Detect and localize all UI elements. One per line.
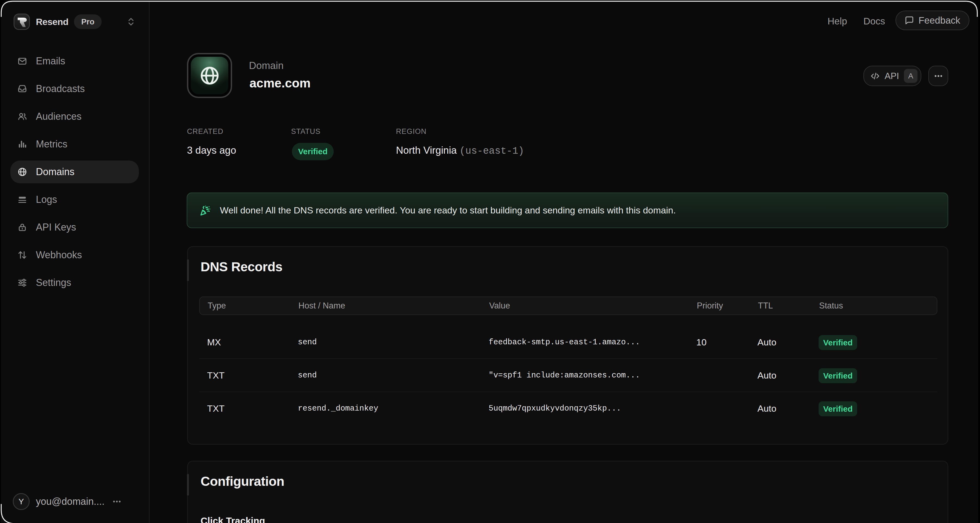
message-square-icon — [905, 16, 914, 25]
created-label: CREATED — [187, 127, 223, 136]
table-row[interactable]: TXT resend._domainkey 5uqmdw7qpxudkyvdon… — [199, 392, 937, 425]
sidebar-item-label: Broadcasts — [36, 83, 85, 95]
cell-value: 5uqmdw7qpxudkyvdonqzy35kp... — [488, 392, 621, 425]
sidebar-item-webhooks[interactable]: Webhooks — [10, 244, 139, 266]
logs-icon — [18, 195, 27, 204]
success-banner: Well done! All the DNS records are verif… — [187, 193, 948, 228]
feedback-button[interactable]: Feedback — [896, 11, 969, 30]
cell-host: send — [298, 359, 317, 391]
created-value: 3 days ago — [187, 144, 236, 157]
sidebar-item-label: Settings — [36, 277, 71, 288]
users-icon — [18, 112, 27, 121]
docs-link[interactable]: Docs — [864, 15, 885, 27]
code-icon — [870, 71, 880, 81]
col-status: Status — [819, 297, 843, 314]
ellipsis-icon — [934, 71, 943, 81]
dns-records-card: DNS Records Type Host / Name Value Prior… — [187, 246, 948, 445]
resend-logo — [14, 14, 30, 30]
table-header: Type Host / Name Value Priority TTL Stat… — [199, 296, 937, 315]
sidebar-item-emails[interactable]: Emails — [10, 50, 139, 73]
domain-icon — [187, 53, 232, 98]
sidebar-item-label: Audiences — [36, 111, 81, 122]
table-row[interactable]: MX send feedback-smtp.us-east-1.amazo...… — [199, 326, 937, 358]
sidebar-item-logs[interactable]: Logs — [10, 188, 139, 211]
cell-type: TXT — [207, 359, 224, 391]
cell-priority: 10 — [696, 326, 706, 358]
sidebar-item-audiences[interactable]: Audiences — [10, 105, 139, 128]
col-priority: Priority — [697, 297, 723, 314]
status-badge: Verified — [292, 143, 334, 160]
sidebar-item-label: API Keys — [36, 222, 76, 233]
feedback-label: Feedback — [919, 15, 961, 26]
sidebar-divider — [149, 1, 150, 523]
cell-host: send — [298, 326, 317, 358]
cell-type: TXT — [207, 392, 224, 425]
lock-icon — [18, 222, 27, 232]
cell-type: MX — [207, 326, 221, 358]
banner-message: Well done! All the DNS records are verif… — [220, 205, 676, 216]
sidebar-item-domains[interactable]: Domains — [10, 160, 139, 183]
cell-value: "v=spf1 include:amazonses.com... — [488, 359, 640, 391]
card-notch — [187, 259, 189, 281]
resend-logo-icon — [15, 15, 29, 29]
cell-value: feedback-smtp.us-east-1.amazo... — [488, 326, 640, 358]
status-badge: Verified — [819, 368, 857, 383]
domain-kicker: Domain — [249, 60, 284, 71]
status-badge: Verified — [819, 335, 857, 350]
sliders-icon — [18, 278, 27, 288]
app-window: Resend Pro Emails Broadcasts Audiences M… — [1, 1, 978, 523]
api-label: API — [885, 71, 899, 81]
ellipsis-icon[interactable] — [112, 497, 122, 506]
sidebar-item-metrics[interactable]: Metrics — [10, 133, 139, 155]
sidebar-item-label: Logs — [36, 194, 57, 205]
globe-large-icon — [199, 65, 220, 86]
plan-badge: Pro — [74, 14, 102, 29]
workspace-switcher[interactable]: Resend Pro — [14, 14, 138, 30]
card-notch — [187, 474, 189, 496]
cell-ttl: Auto — [757, 326, 776, 358]
api-key-hint: A — [904, 69, 918, 83]
user-email: you@domain.... — [36, 493, 105, 510]
status-badge: Verified — [819, 401, 857, 416]
col-value: Value — [489, 297, 510, 314]
help-link[interactable]: Help — [827, 15, 847, 27]
api-button[interactable]: API A — [864, 66, 921, 86]
sidebar-item-settings[interactable]: Settings — [10, 271, 139, 294]
region-value: North Virginia (us-east-1) — [396, 144, 524, 157]
mail-icon — [18, 56, 27, 66]
sidebar-item-label: Metrics — [36, 138, 67, 150]
table-row[interactable]: TXT send "v=spf1 include:amazonses.com..… — [199, 359, 937, 391]
col-type: Type — [208, 297, 226, 314]
sidebar-item-label: Emails — [36, 55, 65, 67]
user-menu[interactable]: Y you@domain.... — [13, 493, 138, 510]
chevrons-up-down-icon[interactable] — [126, 17, 136, 27]
inbox-icon — [18, 84, 27, 94]
sidebar: Resend Pro Emails Broadcasts Audiences M… — [1, 1, 149, 523]
workspace-name: Resend — [36, 14, 68, 30]
arrow-up-down-icon — [18, 250, 27, 260]
region-label: REGION — [396, 127, 427, 136]
cell-ttl: Auto — [757, 359, 776, 391]
avatar: Y — [13, 493, 30, 510]
col-host: Host / Name — [298, 297, 345, 314]
dns-records-title: DNS Records — [200, 260, 282, 273]
status-label: STATUS — [291, 127, 321, 136]
configuration-card: Configuration Click Tracking — [187, 461, 948, 523]
col-ttl: TTL — [758, 297, 773, 314]
party-popper-icon — [199, 204, 212, 217]
region-code: (us-east-1) — [460, 146, 524, 157]
globe-icon — [18, 167, 27, 177]
cell-ttl: Auto — [757, 392, 776, 425]
sidebar-item-broadcasts[interactable]: Broadcasts — [10, 78, 139, 100]
sidebar-item-label: Domains — [36, 166, 75, 178]
bar-chart-icon — [18, 139, 27, 149]
sidebar-item-api-keys[interactable]: API Keys — [10, 216, 139, 239]
sidebar-item-label: Webhooks — [36, 249, 82, 261]
click-tracking-label: Click Tracking — [200, 516, 265, 523]
page-title: acme.com — [250, 77, 311, 89]
more-button[interactable] — [928, 66, 948, 86]
configuration-title: Configuration — [200, 475, 284, 488]
domain-icon-bg — [191, 57, 228, 94]
cell-host: resend._domainkey — [298, 392, 378, 425]
